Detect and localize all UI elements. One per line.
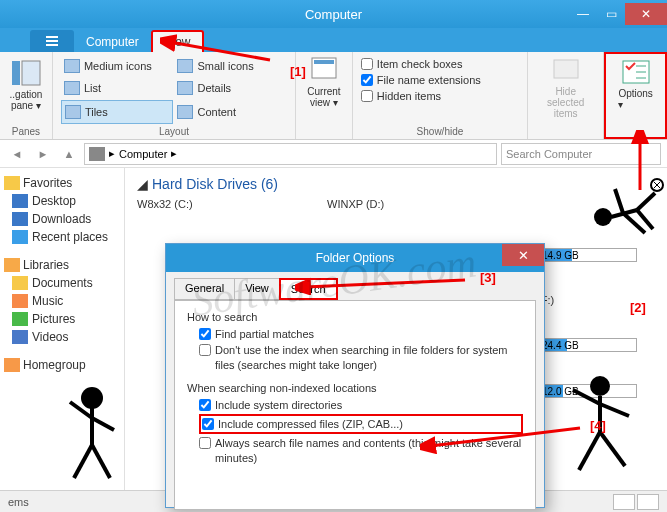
checkbox-no-index[interactable]: Don't use the index when searching in fi… [199,343,523,372]
status-text: ems [8,496,29,508]
sidebar-homegroup[interactable]: Homegroup [2,356,122,374]
dialog-titlebar: Folder Options ✕ [166,244,544,272]
window-title: Computer [305,7,362,22]
forward-button[interactable]: ► [32,143,54,165]
navigation-pane-button[interactable]: ..gation pane ▾ [8,55,44,111]
search-input[interactable]: Search Computer [501,143,661,165]
dialog-close-button[interactable]: ✕ [502,244,544,266]
ribbon-group-options: Options ▾ [604,52,667,139]
checkbox-always-search[interactable]: Always search file names and contents (t… [199,436,523,465]
svg-rect-2 [46,44,58,46]
small-icons-icon [177,59,193,73]
ribbon-tabs: Computer View [0,28,667,52]
svg-rect-0 [46,36,58,38]
checkbox-hidden-items[interactable]: Hidden items [361,90,519,102]
tab-view[interactable]: View [151,30,205,52]
dialog-tab-search[interactable]: Search [279,278,338,300]
recent-icon [12,230,28,244]
sidebar-libraries[interactable]: Libraries [2,256,122,274]
svg-rect-6 [314,60,334,64]
svg-rect-7 [554,60,578,78]
layout-list[interactable]: List [61,78,174,100]
current-view-button[interactable]: Current view ▾ [304,56,344,108]
back-button[interactable]: ◄ [6,143,28,165]
dialog-tab-view[interactable]: View [234,278,280,300]
videos-icon [12,330,28,344]
statusbar-tiles-view-button[interactable] [637,494,659,510]
computer-icon [89,147,105,161]
checkbox-include-compressed[interactable]: Include compressed files (ZIP, CAB...) [199,414,523,434]
ribbon-group-currentview: Current view ▾ [296,52,353,139]
tiles-icon [65,105,81,119]
sidebar-item-documents[interactable]: Documents [2,274,122,292]
minimize-button[interactable]: — [569,3,597,25]
hide-selected-icon [550,56,582,84]
ribbon-group-panes: ..gation pane ▾ Panes [0,52,53,139]
drive-f-label[interactable]: (F:) [537,294,637,306]
music-icon [12,294,28,308]
sidebar-item-music[interactable]: Music [2,292,122,310]
layout-content[interactable]: Content [174,100,287,124]
dialog-body: How to search Find partial matches Don't… [174,300,536,510]
group-label-showhide: Show/hide [361,124,519,139]
group-how-to-search: How to search [187,311,523,323]
window-titlebar: Computer — ▭ ✕ [0,0,667,28]
file-menu-icon [45,35,59,47]
star-icon [4,176,20,190]
file-tab[interactable] [30,30,74,52]
layout-details[interactable]: Details [174,78,287,100]
sidebar-item-pictures[interactable]: Pictures [2,310,122,328]
documents-icon [12,276,28,290]
section-hard-disk-drives[interactable]: ◢Hard Disk Drives (6) [137,176,655,192]
folder-options-dialog: Folder Options ✕ General View Search How… [165,243,545,508]
breadcrumb[interactable]: ▸ Computer ▸ [84,143,497,165]
sidebar-item-desktop[interactable]: Desktop [2,192,122,210]
dialog-tabs: General View Search [166,272,544,300]
current-view-icon [308,56,340,84]
statusbar-details-view-button[interactable] [613,494,635,510]
tab-computer[interactable]: Computer [74,32,151,52]
svg-rect-3 [12,61,20,85]
options-button[interactable]: Options ▾ [614,58,657,110]
group-label-panes: Panes [8,124,44,139]
desktop-icon [12,194,28,208]
options-icon [620,58,652,86]
sidebar-item-downloads[interactable]: Downloads [2,210,122,228]
dialog-tab-general[interactable]: General [174,278,235,300]
content-icon [177,105,193,119]
checkbox-item-checkboxes[interactable]: Item check boxes [361,58,519,70]
hide-selected-button[interactable]: Hide selected items [536,56,595,119]
layout-tiles[interactable]: Tiles [61,100,174,124]
layout-small-icons[interactable]: Small icons [174,55,287,77]
svg-rect-1 [46,40,58,42]
list-icon [64,81,80,95]
pictures-icon [12,312,28,326]
close-button[interactable]: ✕ [625,3,667,25]
homegroup-icon [4,358,20,372]
libraries-icon [4,258,20,272]
maximize-button[interactable]: ▭ [597,3,625,25]
ribbon-group-hideselected: Hide selected items [528,52,604,139]
drive-capacity-bar: 12.0 GB [537,384,637,398]
group-non-indexed: When searching non-indexed locations [187,382,523,394]
drive-capacity-bar: 14.9 GB [537,248,637,262]
checkbox-find-partial[interactable]: Find partial matches [199,327,523,341]
drive-c[interactable]: W8x32 (C:) [137,198,287,210]
layout-medium-icons[interactable]: Medium icons [61,55,174,77]
sidebar-item-recent[interactable]: Recent places [2,228,122,246]
checkbox-file-extensions[interactable]: File name extensions [361,74,519,86]
navigation-sidebar: Favorites Desktop Downloads Recent place… [0,168,125,490]
checkbox-system-dirs[interactable]: Include system directories [199,398,523,412]
group-label-layout: Layout [61,124,287,139]
address-bar: ◄ ► ▲ ▸ Computer ▸ Search Computer [0,140,667,168]
details-icon [177,81,193,95]
ribbon-group-layout: Medium icons Small icons List Details Ti… [53,52,296,139]
ribbon-group-showhide: Item check boxes File name extensions Hi… [353,52,528,139]
up-button[interactable]: ▲ [58,143,80,165]
medium-icons-icon [64,59,80,73]
drive-capacity-bar: 24.4 GB [537,338,637,352]
drive-d[interactable]: WINXP (D:) [327,198,477,210]
downloads-icon [12,212,28,226]
sidebar-favorites[interactable]: Favorites [2,174,122,192]
sidebar-item-videos[interactable]: Videos [2,328,122,346]
